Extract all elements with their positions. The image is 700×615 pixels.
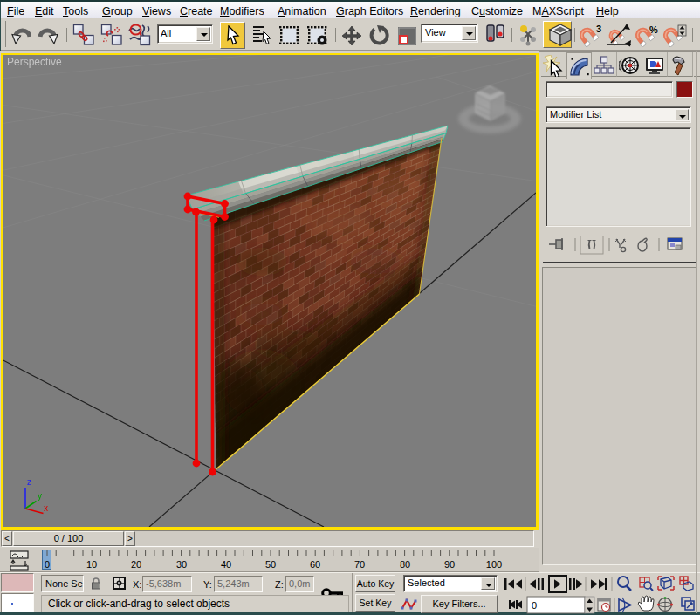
svg-text:70: 70 (354, 559, 365, 570)
svg-text:80: 80 (400, 559, 410, 570)
svg-text:90: 90 (444, 559, 455, 570)
svg-text:30: 30 (176, 559, 187, 570)
svg-text:40: 40 (221, 559, 231, 570)
svg-text:20: 20 (131, 559, 141, 570)
svg-text:y: y (38, 491, 42, 501)
svg-text:%: % (649, 24, 658, 35)
svg-text:0: 0 (532, 600, 537, 611)
svg-text:50: 50 (265, 559, 276, 570)
svg-text:60: 60 (310, 559, 320, 570)
svg-text:0: 0 (45, 559, 50, 570)
svg-text:x: x (44, 503, 48, 513)
svg-text:10: 10 (86, 559, 97, 570)
svg-text:z: z (27, 477, 31, 487)
svg-text:Perspective: Perspective (7, 56, 62, 68)
svg-text:3: 3 (596, 24, 601, 34)
svg-text:100: 100 (486, 559, 502, 570)
